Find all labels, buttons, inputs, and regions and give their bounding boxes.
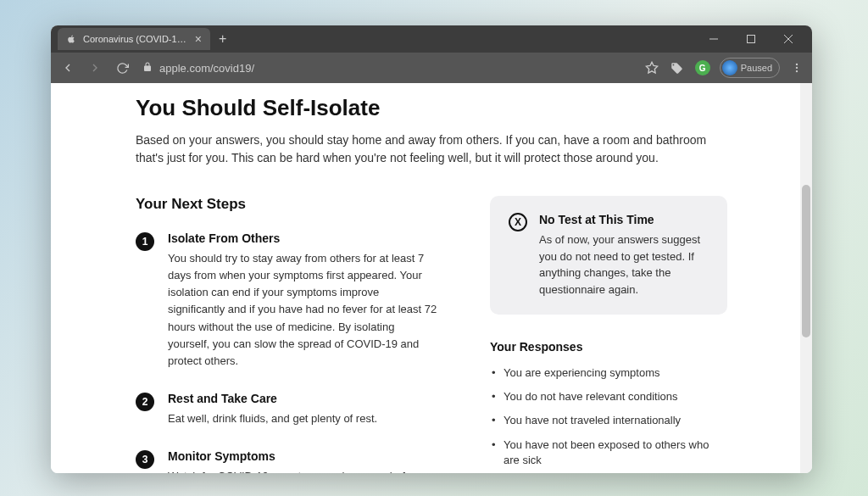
- step-text: Watch for COVID-19 symptoms such as coug…: [168, 468, 439, 473]
- window-titlebar: Coronavirus (COVID-19) - Apple × +: [51, 25, 812, 53]
- new-tab-button[interactable]: +: [219, 31, 226, 47]
- page-heading: You Should Self-Isolate: [136, 95, 727, 121]
- page-content: You Should Self-Isolate Based on your an…: [51, 83, 812, 473]
- grammarly-extension-icon[interactable]: G: [694, 59, 711, 76]
- step-title: Isolate From Others: [168, 231, 439, 245]
- apple-favicon-icon: [66, 33, 76, 45]
- browser-window: Coronavirus (COVID-19) - Apple × +: [51, 25, 812, 473]
- close-window-button[interactable]: [771, 27, 805, 51]
- step-number-badge: 2: [136, 393, 154, 411]
- svg-rect-1: [748, 36, 755, 43]
- svg-marker-4: [646, 62, 657, 73]
- step-title: Rest and Take Care: [168, 392, 439, 405]
- right-column: X No Test at This Time As of now, your a…: [490, 196, 727, 473]
- window-controls: [697, 27, 812, 51]
- step-text: You should try to stay away from others …: [168, 250, 439, 370]
- response-item: You do not have relevant conditions: [490, 389, 727, 404]
- page-subheading: Based on your answers, you should stay h…: [136, 131, 727, 167]
- no-test-callout: X No Test at This Time As of now, your a…: [490, 196, 727, 315]
- response-item: You have not traveled internationally: [490, 413, 727, 428]
- x-circle-icon: X: [509, 213, 527, 231]
- content-viewport[interactable]: You Should Self-Isolate Based on your an…: [51, 83, 812, 473]
- forward-button[interactable]: [85, 58, 105, 78]
- response-item: You are experiencing symptoms: [490, 365, 727, 381]
- profile-label: Paused: [741, 63, 772, 73]
- reload-button[interactable]: [112, 58, 132, 78]
- scrollbar-thumb[interactable]: [802, 185, 810, 337]
- extension-tag-icon[interactable]: [669, 59, 686, 76]
- browser-toolbar: apple.com/covid19/ G Paused: [51, 53, 812, 83]
- profile-avatar-icon: [722, 60, 737, 75]
- browser-tab[interactable]: Coronavirus (COVID-19) - Apple ×: [58, 28, 210, 50]
- lock-icon: [142, 62, 153, 75]
- scrollbar-track[interactable]: [800, 83, 812, 473]
- step-text: Eat well, drink fluids, and get plenty o…: [168, 410, 439, 427]
- response-item: You have not been exposed to others who …: [490, 437, 727, 468]
- tab-strip: Coronavirus (COVID-19) - Apple × +: [51, 25, 226, 53]
- step-title: Monitor Symptoms: [168, 449, 439, 463]
- next-steps-heading: Your Next Steps: [136, 196, 439, 213]
- back-button[interactable]: [58, 58, 78, 78]
- svg-point-7: [796, 70, 798, 72]
- menu-icon[interactable]: [788, 59, 805, 76]
- svg-point-6: [796, 67, 798, 69]
- svg-point-5: [796, 64, 798, 65]
- bookmark-star-icon[interactable]: [643, 59, 660, 76]
- callout-title: No Test at This Time: [539, 213, 709, 226]
- url-text: apple.com/covid19/: [159, 62, 633, 75]
- close-tab-icon[interactable]: ×: [195, 33, 202, 45]
- step-number-badge: 3: [136, 450, 154, 469]
- toolbar-right: G Paused: [643, 58, 805, 78]
- profile-chip[interactable]: Paused: [720, 58, 780, 78]
- callout-text: As of now, your answers suggest you do n…: [539, 231, 709, 298]
- step-item: 1 Isolate From Others You should try to …: [136, 231, 439, 370]
- step-item: 3 Monitor Symptoms Watch for COVID-19 sy…: [136, 449, 439, 473]
- responses-list: You are experiencing symptoms You do not…: [490, 365, 727, 473]
- left-column: Your Next Steps 1 Isolate From Others Yo…: [136, 196, 439, 473]
- content-columns: Your Next Steps 1 Isolate From Others Yo…: [136, 196, 727, 473]
- step-number-badge: 1: [136, 232, 154, 251]
- maximize-button[interactable]: [734, 27, 768, 51]
- minimize-button[interactable]: [697, 27, 731, 51]
- responses-heading: Your Responses: [490, 340, 727, 354]
- url-bar[interactable]: apple.com/covid19/: [139, 62, 637, 75]
- tab-title: Coronavirus (COVID-19) - Apple: [83, 34, 188, 44]
- step-item: 2 Rest and Take Care Eat well, drink flu…: [136, 392, 439, 427]
